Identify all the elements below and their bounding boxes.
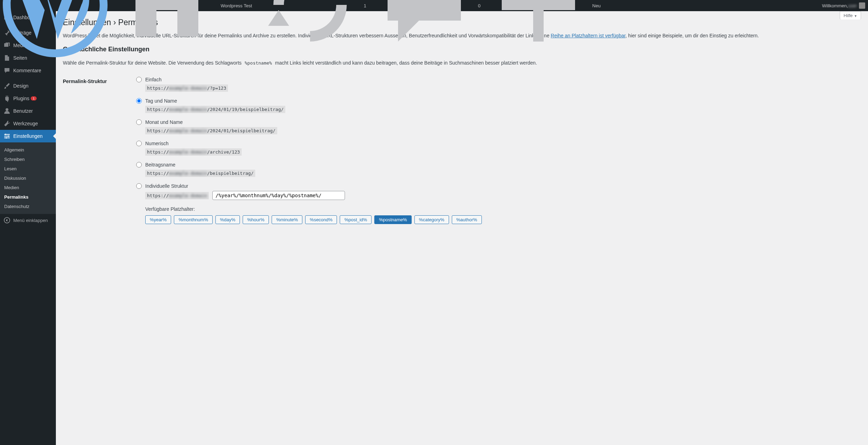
comment-icon: [3, 67, 10, 74]
radio-plain[interactable]: [136, 77, 142, 82]
wrench-icon: [3, 120, 10, 127]
tag-day[interactable]: %day%: [215, 215, 240, 224]
tag-monthnum[interactable]: %monthnum%: [174, 215, 213, 224]
username-blurred: user: [848, 3, 857, 8]
avatar: [859, 2, 865, 9]
wordpress-icon: [3, 0, 108, 59]
collapse-icon: [3, 217, 10, 224]
svg-point-4: [5, 134, 6, 135]
admin-toolbar: Wordpress Test 1 0 Neu Willkommen,user: [0, 0, 868, 11]
tag-author[interactable]: %author%: [452, 215, 482, 224]
tag-minute[interactable]: %minute%: [272, 215, 302, 224]
settings-submenu: Allgemein Schreiben Lesen Diskussion Med…: [0, 142, 56, 214]
tag-postname[interactable]: %postname%: [374, 215, 411, 224]
example-dayname: https://example-domain/2024/01/19/beispi…: [145, 106, 285, 113]
new-label: Neu: [592, 3, 601, 8]
option-monthname: Monat und Name https://example-domain/20…: [136, 119, 858, 134]
permalink-form-table: Permalink-Struktur Einfach https://examp…: [63, 72, 861, 229]
account-link[interactable]: Willkommen,user: [819, 0, 868, 11]
brush-icon: [3, 82, 10, 89]
common-settings-desc: Wähle die Permalink-Struktur für deine W…: [63, 59, 861, 67]
comments-count: 0: [478, 3, 480, 8]
menu-appearance[interactable]: Design: [0, 80, 56, 92]
svg-point-5: [8, 135, 9, 137]
svg-point-6: [6, 137, 7, 139]
example-monthname: https://example-domain/2024/01/beispielb…: [145, 127, 277, 134]
tag-category[interactable]: %category%: [414, 215, 449, 224]
option-dayname: Tag und Name https://example-domain/2024…: [136, 98, 858, 113]
postname-code: %postname%: [243, 59, 274, 67]
example-plain: https://example-domain/?p=123: [145, 84, 228, 92]
submenu-discussion[interactable]: Diskussion: [0, 173, 56, 183]
site-name: Wordpress Test: [221, 3, 252, 8]
update-icon: [258, 0, 362, 59]
home-icon: [115, 0, 219, 59]
collapse-menu[interactable]: Menü einklappen: [0, 214, 56, 227]
help-button[interactable]: Hilfe▼: [840, 11, 861, 20]
site-link[interactable]: Wordpress Test: [112, 0, 255, 11]
submenu-privacy[interactable]: Datenschutz: [0, 202, 56, 211]
comment-icon: [372, 0, 477, 59]
submenu-writing[interactable]: Schreiben: [0, 155, 56, 164]
example-postname: https://example-domain/beispielbeitrag/: [145, 170, 255, 177]
comments-link[interactable]: 0: [369, 0, 483, 11]
user-icon: [3, 107, 10, 114]
radio-dayname[interactable]: [136, 98, 142, 104]
tag-hour[interactable]: %hour%: [243, 215, 269, 224]
menu-settings[interactable]: Einstellungen: [0, 130, 56, 142]
plugin-icon: [3, 95, 10, 102]
example-numeric: https://example-domain/archive/123: [145, 148, 242, 156]
structure-label: Permalink-Struktur: [63, 72, 133, 229]
tag-postid[interactable]: %post_id%: [340, 215, 372, 224]
radio-custom[interactable]: [136, 183, 142, 189]
new-content-link[interactable]: Neu: [483, 0, 603, 11]
radio-postname[interactable]: [136, 162, 142, 168]
chevron-down-icon: ▼: [854, 14, 857, 18]
updates-link[interactable]: 1: [255, 0, 369, 11]
svg-point-0: [6, 108, 8, 111]
custom-structure-input[interactable]: [212, 191, 345, 200]
main-content: Hilfe▼ Einstellungen › Permalinks WordPr…: [56, 11, 868, 445]
option-numeric: Numerisch https://example-domain/archive…: [136, 141, 858, 156]
tags-label: Verfügbare Platzhalter:: [145, 206, 858, 212]
wp-logo[interactable]: [0, 0, 112, 11]
radio-numeric[interactable]: [136, 141, 142, 146]
submenu-permalinks[interactable]: Permalinks: [0, 192, 56, 202]
menu-arrow-icon: [53, 133, 56, 139]
admin-sidebar: Dashboard Beiträge Medien Seiten Komment…: [0, 11, 56, 445]
submenu-media[interactable]: Medien: [0, 183, 56, 192]
plugin-count-badge: 1: [31, 96, 37, 101]
menu-comments[interactable]: Kommentare: [0, 64, 56, 77]
option-postname: Beitragsname https://example-domain/beis…: [136, 162, 858, 177]
updates-count: 1: [364, 3, 366, 8]
settings-icon: [3, 133, 10, 140]
radio-monthname[interactable]: [136, 119, 142, 125]
menu-users[interactable]: Benutzer: [0, 105, 56, 117]
menu-plugins[interactable]: Plugins1: [0, 92, 56, 105]
example-custom-prefix: https://example-domain: [145, 192, 209, 199]
menu-tools[interactable]: Werkzeuge: [0, 117, 56, 130]
tag-year[interactable]: %year%: [145, 215, 171, 224]
option-custom: Individuelle Struktur https://example-do…: [136, 183, 858, 200]
submenu-reading[interactable]: Lesen: [0, 164, 56, 173]
submenu-general[interactable]: Allgemein: [0, 145, 56, 155]
option-plain: Einfach https://example-domain/?p=123: [136, 77, 858, 92]
tag-second[interactable]: %second%: [305, 215, 337, 224]
plus-icon: [486, 0, 591, 59]
welcome-text: Willkommen,: [822, 3, 848, 8]
tag-buttons: %year% %monthnum% %day% %hour% %minute% …: [145, 215, 858, 224]
